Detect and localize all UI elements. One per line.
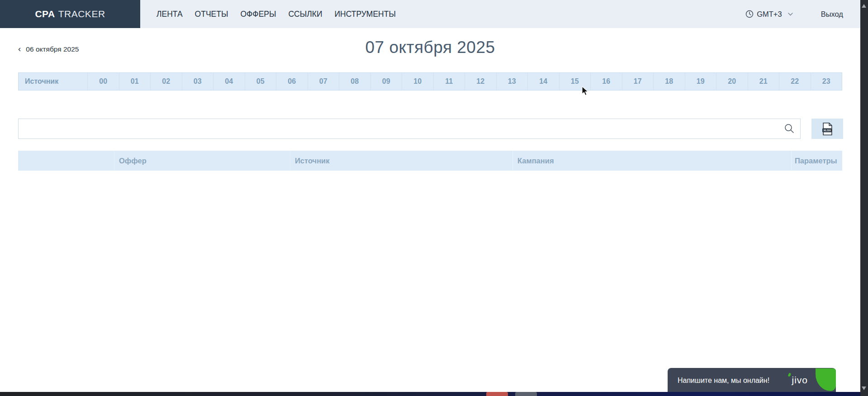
menu-item-otchety[interactable]: ОТЧЕТЫ: [195, 10, 228, 19]
hour-cell: 13: [496, 73, 528, 90]
timezone-label: GMT+3: [757, 10, 782, 19]
bottom-strip-red-fragment: [486, 392, 508, 396]
hour-cell: 23: [811, 73, 842, 90]
xlsx-file-icon: XLSX: [822, 122, 833, 136]
hour-cell: 12: [465, 73, 496, 90]
navbar-right: GMT+3 Выход: [745, 0, 843, 28]
hour-cell: 21: [748, 73, 779, 90]
hour-cell: 02: [150, 73, 182, 90]
bottom-strip-gray-fragment: [515, 392, 537, 396]
menu-item-instrumenty[interactable]: ИНСТРУМЕНТЫ: [335, 10, 396, 19]
chat-message: Напишите нам, мы онлайн!: [668, 377, 769, 385]
scroll-up-arrow-icon[interactable]: [862, 4, 866, 8]
hour-cell: 04: [213, 73, 245, 90]
search-input[interactable]: [18, 119, 801, 139]
results-col-campaign: Кампания: [512, 151, 791, 171]
results-col-empty: [18, 151, 114, 171]
hour-cell: 10: [402, 73, 433, 90]
hour-cell: 00: [87, 73, 119, 90]
chevron-down-icon: [788, 13, 793, 16]
jivo-leaf-icon: [816, 368, 836, 391]
main-menu: ЛЕНТА ОТЧЕТЫ ОФФЕРЫ ССЫЛКИ ИНСТРУМЕНТЫ: [157, 0, 396, 28]
logo-text-bold: CPA: [35, 9, 55, 19]
hour-cell: 07: [308, 73, 339, 90]
jivo-leaf-dot-icon: [788, 372, 791, 377]
export-xlsx-button[interactable]: XLSX: [811, 119, 843, 139]
hour-cell: 01: [119, 73, 151, 90]
scroll-down-arrow-icon[interactable]: [862, 386, 866, 390]
clock-icon: [745, 10, 754, 18]
menu-item-lenta[interactable]: ЛЕНТА: [157, 10, 183, 19]
results-col-offer: Оффер: [114, 151, 290, 171]
hour-cell: 20: [716, 73, 748, 90]
hour-cell: 08: [339, 73, 370, 90]
chat-widget[interactable]: Напишите нам, мы онлайн! jivo: [668, 368, 836, 393]
app-logo[interactable]: CPA TRACKER: [0, 0, 140, 28]
menu-item-ssylki[interactable]: ССЫЛКИ: [288, 10, 322, 19]
hour-cell: 17: [622, 73, 654, 90]
vertical-scrollbar[interactable]: [860, 0, 868, 396]
svg-text:XLSX: XLSX: [823, 129, 831, 132]
hours-source-header: Источник: [19, 73, 87, 90]
menu-item-offery[interactable]: ОФФЕРЫ: [240, 10, 276, 19]
search-icon: [784, 123, 795, 134]
hour-cell: 11: [433, 73, 465, 90]
hour-cell: 19: [685, 73, 716, 90]
results-table-header: Оффер Источник Кампания Параметры: [18, 151, 842, 171]
top-navbar: CPA TRACKER ЛЕНТА ОТЧЕТЫ ОФФЕРЫ ССЫЛКИ И…: [0, 0, 860, 28]
page-title: 07 октября 2025: [18, 38, 842, 57]
hour-cell: 09: [370, 73, 402, 90]
timezone-selector[interactable]: GMT+3: [745, 10, 792, 19]
hour-cell: 03: [182, 73, 213, 90]
hours-cells: 0001020304050607080910111213141516171819…: [87, 73, 842, 90]
hour-cell: 18: [653, 73, 685, 90]
hour-cell: 06: [276, 73, 308, 90]
jivo-brand-label: jivo: [792, 375, 808, 386]
hour-cell: 22: [779, 73, 811, 90]
hour-cell: 05: [245, 73, 276, 90]
results-col-source: Источник: [290, 151, 512, 171]
logout-button[interactable]: Выход: [821, 10, 843, 19]
hour-cell: 16: [590, 73, 622, 90]
results-col-params: Параметры: [791, 151, 842, 171]
bottom-page-edge-strip: [0, 392, 860, 396]
hour-cell: 15: [559, 73, 591, 90]
logo-text-light: TRACKER: [58, 9, 105, 19]
hours-header-row: Источник 0001020304050607080910111213141…: [18, 72, 842, 91]
hour-cell: 14: [527, 73, 559, 90]
search-field-wrap: [18, 119, 801, 139]
